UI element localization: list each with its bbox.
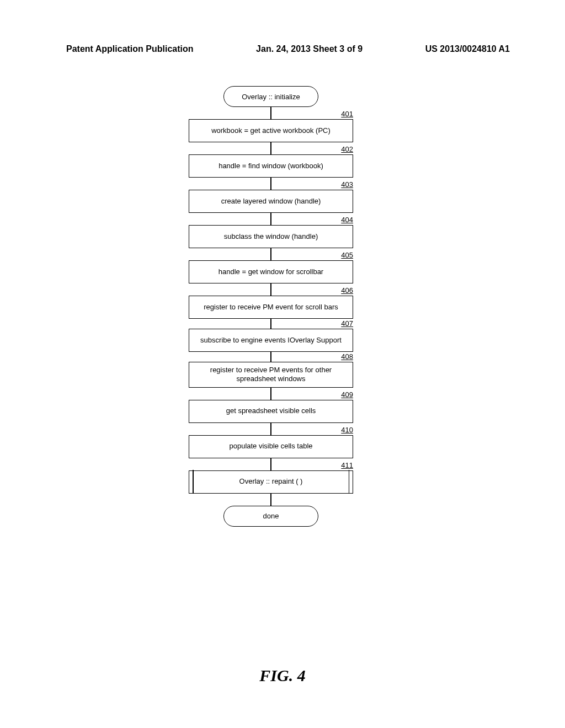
connector [270, 283, 271, 296]
step-text: subclass the window (handle) [224, 232, 318, 241]
flowchart-step-409: 409 get spreadsheet visible cells [189, 400, 353, 423]
step-box: subclass the window (handle) [189, 225, 353, 248]
flowchart-end-terminator: done [223, 506, 318, 527]
step-text: handle = find window (workbook) [218, 162, 323, 170]
connector [270, 248, 271, 260]
step-number: 409 [341, 390, 353, 399]
figure-caption: FIG. 4 [0, 666, 565, 685]
header-publication-label: Patent Application Publication [66, 44, 194, 54]
page-header: Patent Application Publication Jan. 24, … [0, 44, 565, 54]
flowchart-step-401: 401 workbook = get active workbook (PC) [189, 119, 353, 142]
step-box: handle = get window for scrollbar [189, 260, 353, 283]
step-box: populate visible cells table [189, 435, 353, 458]
flowchart-step-410: 410 populate visible cells table [189, 435, 353, 458]
flowchart-end-label: done [263, 512, 279, 520]
step-number: 403 [341, 180, 353, 189]
flowchart-step-405: 405 handle = get window for scrollbar [189, 260, 353, 283]
connector [270, 352, 271, 362]
step-text: register to receive PM events for other … [195, 366, 347, 384]
step-text: get spreadsheet visible cells [226, 406, 316, 415]
step-number: 404 [341, 216, 353, 224]
step-number: 406 [341, 286, 353, 295]
header-date-sheet: Jan. 24, 2013 Sheet 3 of 9 [256, 44, 363, 54]
step-box: workbook = get active workbook (PC) [189, 119, 353, 142]
patent-page: Patent Application Publication Jan. 24, … [0, 0, 565, 728]
step-box: register to receive PM events for other … [189, 362, 353, 388]
step-number: 405 [341, 251, 353, 259]
step-text: workbook = get active workbook (PC) [211, 126, 331, 135]
flowchart-step-411: 411 Overlay :: repaint ( ) [189, 470, 353, 494]
connector [270, 107, 271, 119]
step-text: create layered window (handle) [221, 197, 321, 206]
step-number: 411 [341, 461, 353, 469]
connector [270, 142, 271, 154]
connector [270, 494, 271, 506]
flowchart-step-406: 406 register to receive PM event for scr… [189, 296, 353, 319]
step-number: 407 [341, 319, 353, 328]
step-box: register to receive PM event for scroll … [189, 296, 353, 319]
subroutine-box: Overlay :: repaint ( ) [189, 470, 353, 494]
step-number: 402 [341, 145, 353, 153]
step-text: populate visible cells table [229, 442, 312, 451]
flowchart: Overlay :: initialize 401 workbook = get… [189, 86, 353, 527]
step-text: register to receive PM event for scroll … [204, 303, 338, 312]
connector [270, 458, 271, 470]
flowchart-step-402: 402 handle = find window (workbook) [189, 154, 353, 178]
flowchart-step-408: 408 register to receive PM events for ot… [189, 362, 353, 388]
connector [270, 423, 271, 435]
step-box: get spreadsheet visible cells [189, 400, 353, 423]
step-box: subscribe to engine events IOverlay Supp… [189, 329, 353, 352]
header-pubnum: US 2013/0024810 A1 [425, 44, 510, 54]
connector [270, 388, 271, 400]
step-text: Overlay :: repaint ( ) [239, 477, 303, 486]
step-number: 408 [341, 352, 353, 361]
step-number: 410 [341, 426, 353, 434]
step-text: handle = get window for scrollbar [218, 267, 323, 276]
connector [270, 178, 271, 190]
step-text: subscribe to engine events IOverlay Supp… [200, 336, 342, 345]
connector [270, 213, 271, 225]
flowchart-step-404: 404 subclass the window (handle) [189, 225, 353, 248]
flowchart-start-label: Overlay :: initialize [242, 93, 300, 101]
step-number: 401 [341, 110, 353, 118]
flowchart-step-403: 403 create layered window (handle) [189, 190, 353, 213]
connector [270, 319, 271, 329]
step-box: create layered window (handle) [189, 190, 353, 213]
flowchart-start-terminator: Overlay :: initialize [223, 86, 318, 107]
flowchart-step-407: 407 subscribe to engine events IOverlay … [189, 329, 353, 352]
step-box: handle = find window (workbook) [189, 154, 353, 178]
